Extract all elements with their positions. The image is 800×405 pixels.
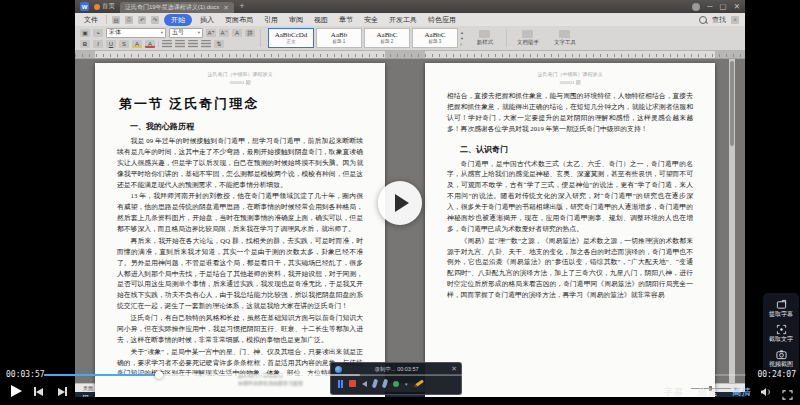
total-duration: 00:24:07 [757,370,796,379]
extract-subtitle-button[interactable]: 提取字幕 [769,299,793,317]
subtitle-button[interactable]: 字幕 [664,386,684,399]
document-scrollbar[interactable] [729,59,735,383]
format-painter-icon[interactable]: ⌁ [93,29,103,37]
recorder-stop-button[interactable] [349,380,356,387]
new-style-icon [479,30,490,38]
recorder-pointer-tool-icon[interactable] [372,379,379,389]
align-left-icon[interactable] [162,40,172,48]
style-heading1[interactable]: AaBb 标题 1 [316,28,362,48]
recorder-close-icon[interactable]: ✕ [451,365,457,373]
minimize-button[interactable]: ─ [707,2,712,11]
section-title: 第一节 泛氏奇门理念 [119,95,363,113]
recorder-webcam-icon[interactable] [393,381,399,387]
search-icon[interactable] [699,16,707,24]
recorder-volume-icon[interactable] [362,381,367,387]
text-tool-button[interactable]: 文字工具 [549,27,581,49]
font-size-select[interactable]: 五号 ▾ [169,28,203,38]
justify-icon[interactable] [201,40,211,48]
account-avatar[interactable] [692,3,700,11]
undo-icon[interactable]: ↶ [138,16,146,24]
video-screenshot-button[interactable]: 视频截图 [769,349,793,367]
save-icon[interactable]: ▤ [112,16,120,24]
highlight-color-icon[interactable]: A [132,40,142,48]
quality-button[interactable]: 高清 [732,386,752,399]
grow-font-icon[interactable]: A⁺ [206,29,216,37]
recorder-status: 录制中... 00:03:57 [346,366,447,373]
previous-button[interactable] [34,387,43,396]
page-header: 泛氏奇门（中级班）课程讲义 202001 期 [447,71,693,86]
tab-references[interactable]: 引用 [261,15,281,25]
tab-security[interactable]: 安全 [361,15,381,25]
ocr-text-button[interactable]: 截取文字 [769,324,793,342]
clear-format-icon[interactable]: A [232,29,242,37]
home-icon [94,4,100,10]
recorder-pen-tool-icon[interactable] [414,379,424,387]
scrollbar-thumb[interactable] [730,61,734,146]
style-heading3[interactable]: AaBbC 标题 3 [412,28,458,48]
next-button[interactable] [58,387,67,396]
close-button[interactable]: ✕ [734,2,740,11]
play-overlay-button[interactable] [378,181,422,225]
new-style-label: 新样式 [477,39,494,46]
strikethrough-button[interactable]: S [119,40,129,48]
video-screenshot-label: 视频截图 [769,361,793,367]
play-button[interactable] [11,385,22,397]
ruler[interactable] [75,51,745,59]
progress-bar[interactable] [44,374,746,376]
style-sample: AaBbC [425,32,446,39]
underline-button[interactable]: U [106,40,116,48]
tab-section[interactable]: 章节 [336,15,356,25]
speed-button[interactable]: 倍速 [698,386,718,399]
new-tab-button[interactable]: + [239,2,244,11]
tab-view[interactable]: 视图 [311,15,331,25]
home-tab[interactable]: 首页 [94,2,115,11]
search-label[interactable]: 查找 [712,15,726,25]
pinyin-icon[interactable]: 拼 [245,29,255,37]
page-header: 泛氏奇门（中级班）课程讲义 202001 期 [117,71,363,86]
wps-logo-icon[interactable]: W [80,2,89,11]
tab-developer[interactable]: 开发工具 [386,15,420,25]
tab-review[interactable]: 审阅 [286,15,306,25]
paragraph: 泛氏奇门，有自己独特的风格和长处，虽然在基础知识方面与以前奇门知识大同小异，但在… [117,313,363,346]
bold-button[interactable]: B [80,40,90,48]
style-gallery-scroll[interactable]: ▲▼≡ [460,29,464,47]
font-color-icon[interactable]: A [145,40,155,48]
fullscreen-button[interactable] [782,386,793,404]
chevron-down-icon: ▾ [161,30,163,35]
close-tab-icon[interactable]: ✕ [223,4,229,12]
menu-file[interactable]: 文件 [81,15,101,25]
tab-home[interactable]: 开始 [164,14,192,26]
tab-special-apps[interactable]: 特色应用 [425,15,459,25]
font-family-select[interactable]: 宋体 ▾ [106,28,166,38]
recorder-dropdown-icon[interactable]: ▾ [405,381,408,387]
line-spacing-icon[interactable]: ⇅ [214,40,224,48]
document-tab[interactable]: 泛氏奇门19年星选课程讲义(1).docx ✕ [120,2,234,13]
align-right-icon[interactable] [188,40,198,48]
italic-button[interactable]: I [93,40,103,48]
paragraph: 13 年，我拜师河南开封的刘教授，他在奇门遁甲领域沉淀了几十年，圈内很有威望，他… [117,191,363,235]
subsection-heading: 一、我的心路历程 [117,121,363,132]
start-button[interactable]: ⊞ [82,394,89,398]
redo-icon[interactable]: ↷ [151,16,159,24]
extract-subtitle-label: 提取字幕 [769,311,793,317]
paste-icon[interactable]: ▣ [80,29,90,37]
recorder-brush-tool-icon[interactable] [382,379,389,389]
new-style-button[interactable]: 新样式 [469,27,501,49]
doc-assistant-button[interactable]: 文档助手 [512,27,544,49]
style-gallery: AaBbCcDd 正文 AaBb 标题 1 AaBbC 标题 2 AaBbC 标… [268,27,464,49]
paragraph: 相结合，直接去把握和抓住象意，能与周围的环境特征，人物特征相结合，直接去把握和抓… [447,91,693,135]
page-right[interactable]: 泛氏奇门（中级班）课程讲义 202001 期 相结合，直接去把握和抓住象意，能与… [425,63,715,397]
tab-insert[interactable]: 插入 [197,15,217,25]
recorder-pause-button[interactable] [338,380,343,388]
page-left[interactable]: 泛氏奇门（中级班）课程讲义 202001 期 第一节 泛氏奇门理念 一、我的心路… [95,63,385,397]
align-center-icon[interactable] [175,40,185,48]
collapse-ribbon-icon[interactable]: ˄ [731,16,739,24]
shrink-font-icon[interactable]: A⁻ [219,29,229,37]
tab-page-layout[interactable]: 页面布局 [222,15,256,25]
style-heading2[interactable]: AaBbC 标题 2 [364,28,410,48]
volume-button[interactable] [760,387,772,397]
style-normal[interactable]: AaBbCcDd 正文 [268,28,314,48]
recorder-app-icon [335,366,342,373]
maximize-button[interactable]: ▢ [720,2,727,11]
print-icon[interactable]: ⎙ [125,16,133,24]
